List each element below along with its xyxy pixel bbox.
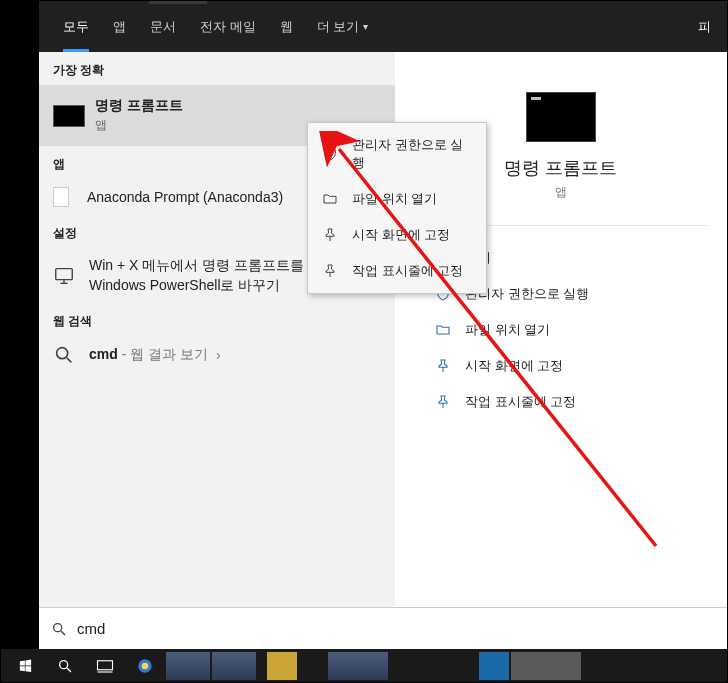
app-result-title: Anaconda Prompt (Anaconda3) xyxy=(87,189,283,205)
ctx-run-admin-label: 관리자 권한으로 실행 xyxy=(352,136,472,172)
context-menu: 관리자 권한으로 실행 파일 위치 열기 시작 화면에 고정 작업 표시줄에 고… xyxy=(307,122,487,294)
web-result-text: cmd - 웹 결과 보기 xyxy=(89,346,208,364)
tab-apps[interactable]: 앱 xyxy=(101,1,138,52)
action-pin-start-label: 시작 화면에 고정 xyxy=(465,357,563,375)
ctx-open-loc-label: 파일 위치 열기 xyxy=(352,190,437,208)
svg-rect-0 xyxy=(56,268,73,279)
start-button[interactable] xyxy=(5,649,45,682)
ctx-open-location[interactable]: 파일 위치 열기 xyxy=(308,181,486,217)
ctx-pin-start[interactable]: 시작 화면에 고정 xyxy=(308,217,486,253)
ctx-pin-taskbar[interactable]: 작업 표시줄에 고정 xyxy=(308,253,486,289)
monitor-icon xyxy=(53,265,75,287)
pin-taskbar-icon xyxy=(435,394,451,410)
pin-start-icon xyxy=(435,358,451,374)
taskbar-app-5[interactable] xyxy=(328,652,388,680)
taskbar-app-1[interactable] xyxy=(125,649,165,682)
ctx-run-admin[interactable]: 관리자 권한으로 실행 xyxy=(308,127,486,181)
section-best-match: 가장 정확 xyxy=(39,52,395,85)
windows-icon xyxy=(18,658,33,673)
best-match-title: 명령 프롬프트 xyxy=(95,97,381,115)
chevron-right-icon: › xyxy=(208,347,229,363)
svg-point-13 xyxy=(60,660,68,668)
header-bar: 모두 앱 문서 전자 메일 웹 더 보기 ▾ 피 xyxy=(39,1,727,52)
search-icon xyxy=(53,344,75,366)
tab-web[interactable]: 웹 xyxy=(268,1,305,52)
tab-documents[interactable]: 문서 xyxy=(138,1,188,52)
svg-line-9 xyxy=(61,631,65,635)
ctx-pin-taskbar-label: 작업 표시줄에 고정 xyxy=(352,262,463,280)
web-result-item[interactable]: cmd - 웹 결과 보기 › xyxy=(39,336,395,374)
ctx-pin-start-label: 시작 화면에 고정 xyxy=(352,226,450,244)
pin-start-icon xyxy=(322,227,338,243)
search-bar xyxy=(39,607,727,649)
header-right-label: 피 xyxy=(698,18,715,36)
svg-rect-15 xyxy=(98,660,113,669)
tab-more[interactable]: 더 보기 ▾ xyxy=(305,1,381,52)
tab-all[interactable]: 모두 xyxy=(51,1,101,52)
document-icon xyxy=(53,187,69,207)
folder-icon xyxy=(322,191,338,207)
cmd-icon-large xyxy=(526,92,596,142)
taskbar-app-4[interactable] xyxy=(267,652,297,680)
search-input[interactable] xyxy=(77,620,715,637)
taskbar-search[interactable] xyxy=(45,649,85,682)
shield-icon xyxy=(322,146,338,162)
pin-taskbar-icon xyxy=(322,263,338,279)
folder-icon xyxy=(435,322,451,338)
section-web: 웹 검색 xyxy=(39,303,395,336)
left-dark-strip xyxy=(1,1,39,649)
tab-email[interactable]: 전자 메일 xyxy=(188,1,268,52)
action-pin-start[interactable]: 시작 화면에 고정 xyxy=(435,348,707,384)
svg-point-3 xyxy=(57,348,68,359)
svg-point-18 xyxy=(142,662,149,669)
web-query: cmd xyxy=(89,346,118,362)
search-icon xyxy=(57,658,73,674)
taskbar-app-6[interactable] xyxy=(479,652,509,680)
circle-icon xyxy=(137,658,153,674)
taskbar-app-7[interactable] xyxy=(511,652,581,680)
web-tail: - 웹 결과 보기 xyxy=(118,346,208,362)
taskbar-app-2[interactable] xyxy=(166,652,210,680)
more-label: 더 보기 xyxy=(317,18,360,36)
task-view[interactable] xyxy=(85,649,125,682)
taskbar-app-3[interactable] xyxy=(212,652,256,680)
svg-line-14 xyxy=(67,668,71,672)
chevron-down-icon: ▾ xyxy=(363,21,368,32)
task-view-icon xyxy=(96,659,114,673)
search-window: 모두 앱 문서 전자 메일 웹 더 보기 ▾ 피 가장 정확 명령 프롬프트 앱… xyxy=(39,1,727,649)
action-pin-taskbar[interactable]: 작업 표시줄에 고정 xyxy=(435,384,707,420)
action-pin-taskbar-label: 작업 표시줄에 고정 xyxy=(465,393,576,411)
svg-line-4 xyxy=(67,358,72,363)
cmd-icon xyxy=(53,105,85,127)
search-icon xyxy=(51,621,67,637)
svg-point-8 xyxy=(54,623,62,631)
action-open-loc-label: 파일 위치 열기 xyxy=(465,321,550,339)
taskbar xyxy=(1,649,727,682)
action-open-location[interactable]: 파일 위치 열기 xyxy=(435,312,707,348)
